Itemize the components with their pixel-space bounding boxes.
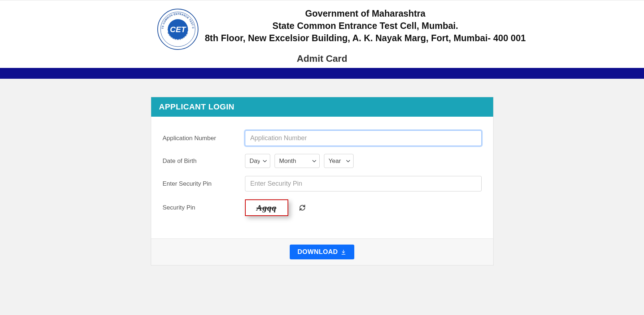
- security-pin-input[interactable]: [245, 176, 482, 191]
- download-button-label: DOWNLOAD: [298, 248, 338, 256]
- dob-day-select[interactable]: Day: [245, 154, 270, 168]
- nav-bar: [0, 68, 644, 79]
- card-footer: DOWNLOAD: [151, 238, 493, 265]
- header-line-1: Government of Maharashtra: [171, 8, 560, 20]
- content-area: APPLICANT LOGIN Application Number Date …: [0, 79, 644, 284]
- login-card: APPLICANT LOGIN Application Number Date …: [151, 97, 494, 266]
- application-number-label: Application Number: [163, 135, 245, 142]
- dob-month-select[interactable]: Month: [275, 154, 320, 168]
- header-line-3: 8th Floor, New Excelsior Building, A. K.…: [171, 32, 560, 44]
- security-pin-captcha-row: Security Pin Agqq: [163, 199, 482, 216]
- security-pin-input-row: Enter Security Pin: [163, 176, 482, 191]
- admit-card-heading: Admit Card: [84, 53, 560, 64]
- captcha-image: Agqq: [245, 199, 288, 216]
- dob-label: Date of Birth: [163, 158, 245, 165]
- download-icon: [341, 249, 346, 255]
- dob-year-select[interactable]: Year: [324, 154, 354, 168]
- dob-row: Date of Birth Day Month Year: [163, 154, 482, 168]
- refresh-captcha-icon[interactable]: [299, 204, 306, 211]
- application-number-input[interactable]: [245, 130, 482, 146]
- header-text-block: Government of Maharashtra State Common E…: [171, 8, 560, 64]
- security-pin-label: Security Pin: [163, 204, 245, 211]
- download-button[interactable]: DOWNLOAD: [290, 245, 355, 259]
- card-body: Application Number Date of Birth Day Mon…: [151, 117, 493, 238]
- page-header: STATE COMMON ENTRANCE TEST CELL • MAHARA…: [0, 0, 644, 68]
- security-pin-input-label: Enter Security Pin: [163, 180, 245, 187]
- application-number-row: Application Number: [163, 130, 482, 146]
- header-line-2: State Common Entrance Test Cell, Mumbai.: [171, 20, 560, 32]
- card-title: APPLICANT LOGIN: [151, 97, 493, 117]
